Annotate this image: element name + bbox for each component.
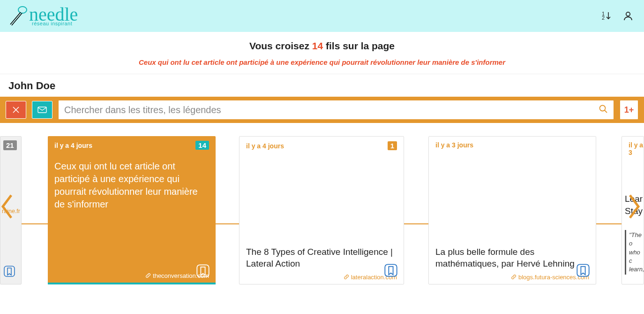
logo-subtitle: réseau inspirant bbox=[32, 21, 78, 26]
bookmark-icon[interactable] bbox=[3, 265, 15, 279]
close-button[interactable] bbox=[6, 101, 26, 119]
corner-badge[interactable]: 1+ bbox=[620, 100, 638, 120]
threads-count: 14 bbox=[312, 40, 323, 51]
search-input[interactable] bbox=[64, 105, 595, 115]
card-quote: "The o who c learn, bbox=[625, 230, 644, 275]
search-toolbar: 1+ bbox=[0, 97, 644, 123]
search-box[interactable] bbox=[58, 100, 614, 120]
threads-suffix: fils sur la page bbox=[323, 40, 395, 51]
threads-line: Vous croisez 14 fils sur la page bbox=[0, 40, 644, 52]
sort-button[interactable]: 12 bbox=[602, 11, 611, 21]
bookmark-icon[interactable] bbox=[576, 263, 590, 279]
bookmark-icon[interactable] bbox=[196, 264, 210, 280]
svg-line-1 bbox=[10, 12, 21, 24]
svg-rect-7 bbox=[38, 107, 46, 113]
svg-line-9 bbox=[605, 110, 607, 113]
card-row: 21 raine.fr il y a 4 jours 14 Ceux qui o… bbox=[0, 136, 644, 296]
card-source: blogs.futura-sciences.com bbox=[429, 274, 596, 284]
user-bar: John Doe bbox=[0, 74, 644, 96]
card-item[interactable]: il y a 4 jours 1 The 8 Types of Creative… bbox=[239, 136, 404, 284]
sub-header: Vous croisez 14 fils sur la page Ceux qu… bbox=[0, 32, 644, 74]
card-source: lateralaction.com bbox=[240, 274, 404, 284]
featured-underline bbox=[48, 283, 216, 284]
svg-line-2 bbox=[12, 13, 22, 25]
card-source: theconversation.com bbox=[48, 272, 216, 283]
logo-title: needle bbox=[29, 8, 78, 22]
prev-arrow[interactable] bbox=[0, 192, 14, 222]
card-title: The 8 Types of Creative Intelligence | L… bbox=[246, 246, 397, 270]
tagline: Ceux qui ont lu cet article ont particip… bbox=[0, 58, 644, 66]
needle-icon bbox=[8, 5, 30, 26]
next-arrow[interactable] bbox=[627, 192, 641, 222]
bookmark-icon[interactable] bbox=[384, 263, 398, 279]
search-icon[interactable] bbox=[599, 104, 608, 116]
top-header: needle réseau inspirant 12 bbox=[0, 0, 644, 32]
card-title: Ceux qui ont lu cet article ont particip… bbox=[54, 160, 209, 211]
user-name: John Doe bbox=[8, 80, 636, 92]
card-badge: 21 bbox=[3, 140, 17, 150]
card-badge: 1 bbox=[388, 141, 397, 150]
mail-button[interactable] bbox=[32, 101, 52, 119]
logo[interactable]: needle réseau inspirant bbox=[8, 5, 78, 26]
card-badge: 14 bbox=[195, 141, 209, 150]
card-time: il y a 4 jours bbox=[54, 142, 92, 149]
card-featured[interactable]: il y a 4 jours 14 Ceux qui ont lu cet ar… bbox=[48, 136, 216, 284]
card-time: il y a 3 jours bbox=[435, 141, 473, 149]
threads-prefix: Vous croisez bbox=[249, 40, 312, 51]
card-time: il y a 3 bbox=[629, 141, 644, 156]
card-time: il y a 4 jours bbox=[246, 142, 284, 150]
svg-point-4 bbox=[626, 12, 630, 16]
svg-point-0 bbox=[18, 7, 27, 13]
card-title: La plus belle formule des mathématiques,… bbox=[435, 246, 589, 270]
svg-point-8 bbox=[600, 105, 606, 111]
card-item[interactable]: il y a 3 jours La plus belle formule des… bbox=[428, 136, 596, 284]
user-icon[interactable] bbox=[622, 10, 634, 22]
